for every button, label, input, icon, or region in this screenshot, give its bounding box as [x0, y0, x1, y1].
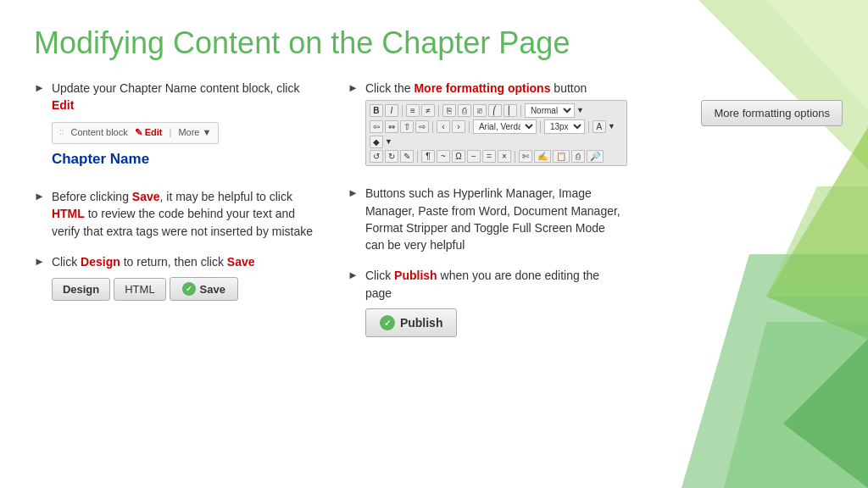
right-bullet1-highlight: More formatting options [414, 81, 550, 95]
tb-indent-r[interactable]: › [452, 120, 465, 133]
grip-icon: :: [59, 126, 64, 139]
content-block-mock: :: Content block ✎ Edit | More ▼ [52, 122, 220, 144]
right-bullet3-highlight: Publish [394, 269, 437, 282]
tb-bold[interactable]: B [370, 104, 383, 117]
svg-marker-0 [698, 0, 868, 169]
content-block-label: Content block [70, 126, 127, 140]
more-formatting-options-button[interactable]: More formatting options [701, 100, 843, 126]
tb-italic[interactable]: I [385, 104, 398, 117]
right-bullet-arrow-1: ► [348, 81, 359, 94]
bullet-arrow-3: ► [34, 255, 45, 268]
tb-font-select[interactable]: Arial, Verda... [473, 119, 537, 134]
right-bullet-text-2: Buttons such as Hyperlink Manager, Image… [365, 185, 627, 253]
right-bullet-arrow-2: ► [348, 186, 359, 199]
tb-indent-l[interactable]: ‹ [437, 120, 450, 133]
chapter-name-label: Chapter Name [52, 149, 314, 170]
svg-marker-5 [766, 0, 868, 110]
save-check-icon: ✓ [182, 282, 196, 296]
tb-eq[interactable]: = [482, 150, 496, 163]
tb-omega[interactable]: Ω [452, 150, 465, 163]
separator: | [170, 126, 172, 140]
html-button[interactable]: HTML [114, 278, 165, 301]
bullet3-save-highlight: Save [227, 255, 255, 269]
tb-img[interactable]: ⎘ [442, 104, 456, 117]
toolbar-row-2: ⇦ ⇔ ⇧ ⇨ ‹ › Arial, Verda... [370, 119, 623, 148]
right-bullet-item-2: ► Buttons such as Hyperlink Manager, Ima… [348, 185, 627, 253]
tb-extra2[interactable]: ⎜ [504, 104, 517, 117]
tb-paste[interactable]: 📋 [553, 150, 570, 163]
tb-format-select[interactable]: Normal [525, 103, 575, 118]
right-column: ► Click the More formatting options butt… [348, 80, 627, 351]
tb-format-arrow: ▼ [576, 105, 584, 116]
svg-marker-4 [724, 322, 868, 488]
tb-sep-4 [432, 121, 433, 133]
right-bullet-text-3: Click Publish when you are done editing … [365, 267, 627, 337]
tb-sep-8 [417, 151, 418, 163]
tb-spell[interactable]: ✎ [400, 150, 414, 163]
tb-doc[interactable]: ⎚ [473, 104, 487, 117]
bullet1-highlight: Edit [52, 98, 74, 112]
tb-ul[interactable]: ≠ [421, 104, 435, 117]
bullet2-html-highlight: HTML [52, 207, 85, 220]
tb-para[interactable]: ¶ [421, 150, 435, 163]
tb-sep-5 [469, 121, 470, 133]
tb-sep-7 [588, 121, 589, 133]
svg-marker-3 [783, 339, 868, 488]
content-block-more-link[interactable]: More ▼ [178, 126, 211, 140]
tb-align-j[interactable]: ⇨ [415, 120, 429, 133]
design-button[interactable]: Design [52, 278, 110, 301]
bullet-item-1: ► Update your Chapter Name content block… [34, 80, 314, 175]
tb-bg-arrow: ▼ [385, 136, 392, 147]
tb-times[interactable]: × [498, 150, 511, 163]
toolbar-mock: B I ≡ ≠ ⎘ ⎙ ⎚ ⎛ ⎜ [365, 100, 627, 166]
publish-label: Publish [400, 316, 443, 330]
bullet1-text-before: Update your Chapter Name content block, … [52, 81, 300, 95]
tb-tilde[interactable]: ~ [437, 150, 450, 163]
content-block-edit-link[interactable]: ✎ Edit [135, 126, 163, 140]
tb-link[interactable]: ⎙ [458, 104, 471, 117]
tb-sep-1 [402, 105, 403, 117]
tb-align-r[interactable]: ⇧ [400, 120, 414, 133]
tb-sep-6 [540, 121, 541, 133]
save-button[interactable]: ✓ Save [170, 277, 238, 301]
tb-size-select[interactable]: 13px [544, 119, 585, 134]
publish-button-row: ✓ Publish [365, 308, 627, 337]
tb-redo[interactable]: ↻ [385, 150, 398, 163]
toolbar-row-1: B I ≡ ≠ ⎘ ⎙ ⎚ ⎛ ⎜ [370, 103, 623, 118]
tb-sep-9 [515, 151, 515, 163]
bullet-text-1: Update your Chapter Name content block, … [52, 80, 314, 175]
tb-bg-color[interactable]: ◆ [370, 136, 383, 148]
svg-marker-1 [766, 127, 868, 339]
tb-align-c[interactable]: ⇔ [385, 120, 398, 133]
bullet-arrow-1: ► [34, 81, 45, 94]
tb-sep-3 [520, 105, 521, 117]
tb-cut[interactable]: ✄ [519, 150, 532, 163]
bullet-arrow-2: ► [34, 190, 45, 202]
svg-marker-2 [682, 254, 868, 488]
right-bullet-text-1: Click the More formatting options button… [365, 80, 627, 171]
save-label: Save [200, 283, 225, 296]
tb-sep-2 [438, 105, 439, 117]
toolbar-row-3: ↺ ↻ ✎ ¶ ~ Ω − = × ✄ ✍ [370, 150, 623, 163]
tb-color[interactable]: A [593, 120, 606, 133]
tb-extra1[interactable]: ⎛ [488, 104, 502, 117]
page-title: Modifying Content on the Chapter Page [34, 25, 627, 61]
bullet-text-3: Click Design to return, then click Save … [52, 253, 255, 301]
right-bullet-item-1: ► Click the More formatting options butt… [348, 80, 627, 171]
tb-color-arrow: ▼ [608, 121, 615, 132]
tb-copy[interactable]: ✍ [534, 150, 551, 163]
tb-zoom[interactable]: 🔎 [587, 150, 604, 163]
design-html-save-row: Design HTML ✓ Save [52, 277, 255, 301]
right-bullet-item-3: ► Click Publish when you are done editin… [348, 267, 627, 337]
tb-ol[interactable]: ≡ [406, 104, 420, 117]
tb-undo[interactable]: ↺ [370, 150, 383, 163]
bullet-item-3: ► Click Design to return, then click Sav… [34, 253, 314, 301]
publish-button[interactable]: ✓ Publish [365, 308, 458, 337]
bullet3-design-highlight: Design [81, 255, 120, 269]
tb-print[interactable]: ⎙ [571, 150, 585, 163]
right-bullet-arrow-3: ► [348, 269, 359, 281]
tb-align-l[interactable]: ⇦ [370, 120, 383, 133]
left-column: ► Update your Chapter Name content block… [34, 80, 314, 351]
bullet-item-2: ► Before clicking Save, it may be helpfu… [34, 188, 314, 240]
tb-minus[interactable]: − [467, 150, 481, 163]
